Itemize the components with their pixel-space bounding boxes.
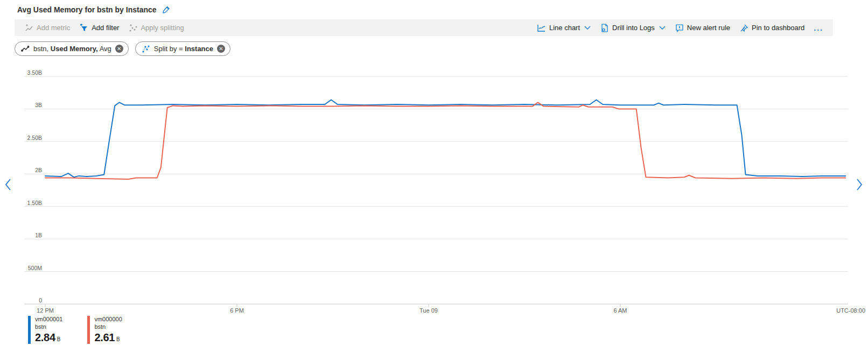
chevron-down-icon <box>659 26 666 30</box>
split-by-icon <box>142 45 150 53</box>
x-tick-label: Tue 09 <box>419 307 438 314</box>
pin-to-dashboard-button[interactable]: Pin to dashboard <box>735 24 809 32</box>
chart-toolbar: Add metric Add filter Apply splitting <box>15 19 833 36</box>
close-icon[interactable]: ✕ <box>217 45 225 53</box>
add-metric-label: Add metric <box>37 24 70 32</box>
pan-left-chevron[interactable] <box>3 177 13 193</box>
page-title: Avg Used Memory for bstn by Instance <box>17 5 157 14</box>
more-options-button[interactable]: ... <box>809 24 828 32</box>
pill-split-dimension: Instance <box>185 45 213 53</box>
pill-split-prefix: Split by = <box>154 45 183 53</box>
pin-to-dashboard-label: Pin to dashboard <box>752 24 804 32</box>
y-tick-label: 1B <box>35 232 42 238</box>
timezone-label: UTC-08:00 <box>836 307 865 314</box>
pan-right-chevron[interactable] <box>854 177 865 193</box>
chart-area: 0500M1B1.50B2B2.50B3B3.50B12 PM6 PMTue 0… <box>0 59 868 315</box>
filter-pills-row: bstn, Used Memory, Avg ✕ Split by = Inst… <box>15 41 868 56</box>
apply-splitting-button[interactable]: Apply splitting <box>124 19 188 36</box>
y-tick-label: 2.50B <box>27 135 42 141</box>
drill-into-logs-dropdown[interactable]: Drill into Logs <box>596 24 670 32</box>
y-tick-label: 3.50B <box>27 69 42 76</box>
metric-line-icon <box>21 45 30 53</box>
legend-series-name: vm000000 <box>94 316 122 323</box>
apply-splitting-icon <box>129 24 137 32</box>
pill-metric-name: Used Memory, <box>51 45 98 53</box>
series-line-vm000000[interactable] <box>45 102 845 179</box>
drill-into-logs-label: Drill into Logs <box>612 24 655 32</box>
metric-pill-label: bstn, Used Memory, Avg <box>33 45 111 53</box>
y-tick-label: 3B <box>35 102 42 108</box>
legend-avg-value: 2.61 <box>94 331 115 344</box>
add-filter-label: Add filter <box>92 24 119 32</box>
legend-resource-name: bstn <box>35 323 62 331</box>
y-tick-label: 0 <box>39 297 42 303</box>
chevron-down-icon <box>584 26 591 30</box>
legend-unit: B <box>116 336 120 342</box>
apply-splitting-label: Apply splitting <box>141 24 184 32</box>
legend-resource-name: bstn <box>94 323 122 331</box>
alert-bubble-icon <box>675 24 684 32</box>
chart-legend: vm000001 bstn 2.84 B vm000000 bstn 2.61 … <box>28 316 868 344</box>
chart-type-dropdown[interactable]: Line chart <box>532 24 596 32</box>
split-pill-label: Split by = Instance <box>154 45 213 53</box>
legend-color-bar <box>28 316 31 344</box>
series-line-vm000001[interactable] <box>45 100 845 178</box>
logs-document-icon <box>600 24 609 32</box>
legend-series-name: vm000001 <box>35 316 62 323</box>
y-tick-label: 1.50B <box>27 200 42 206</box>
add-filter-icon <box>80 24 88 32</box>
add-filter-button[interactable]: Add filter <box>75 19 124 36</box>
x-tick-label: 12 PM <box>37 307 54 314</box>
edit-title-icon[interactable] <box>162 5 171 14</box>
pin-icon <box>740 24 748 32</box>
y-tick-label: 2B <box>35 167 42 173</box>
legend-color-bar <box>87 316 90 344</box>
y-tick-label: 500M <box>28 265 42 271</box>
line-chart-icon <box>537 24 546 32</box>
pill-scope: bstn, <box>33 45 48 53</box>
pill-aggregation: Avg <box>100 45 111 53</box>
legend-item-vm000001[interactable]: vm000001 bstn 2.84 B <box>28 316 62 344</box>
legend-avg-value: 2.84 <box>35 331 55 344</box>
legend-unit: B <box>57 336 61 342</box>
new-alert-rule-label: New alert rule <box>687 24 730 32</box>
metric-pill[interactable]: bstn, Used Memory, Avg ✕ <box>15 41 129 56</box>
metrics-chart[interactable]: 0500M1B1.50B2B2.50B3B3.50B12 PM6 PMTue 0… <box>0 59 868 315</box>
split-by-pill[interactable]: Split by = Instance ✕ <box>135 41 230 56</box>
chart-type-label: Line chart <box>549 24 580 32</box>
close-icon[interactable]: ✕ <box>115 45 123 53</box>
new-alert-rule-button[interactable]: New alert rule <box>670 24 735 32</box>
add-metric-icon <box>25 24 33 32</box>
x-tick-label: 6 PM <box>230 307 244 314</box>
chart-title-row: Avg Used Memory for bstn by Instance <box>0 0 868 15</box>
legend-item-vm000000[interactable]: vm000000 bstn 2.61 B <box>87 316 122 344</box>
x-tick-label: 6 AM <box>613 307 627 314</box>
add-metric-button[interactable]: Add metric <box>20 19 75 36</box>
toolbar-right-group: Line chart Drill into Logs New alert <box>532 24 828 32</box>
